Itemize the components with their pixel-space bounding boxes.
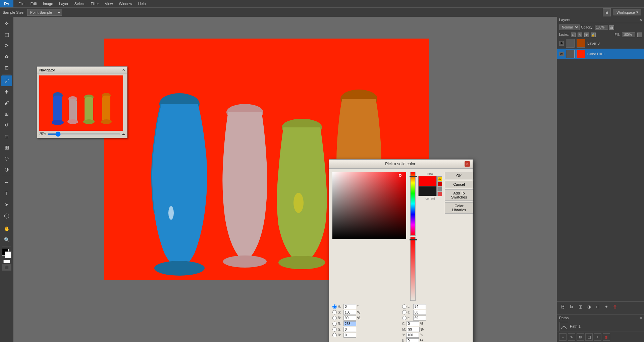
delete-layer-btn[interactable]: 🗑 xyxy=(611,303,619,310)
b-radio[interactable] xyxy=(332,316,337,320)
add-to-swatches-button[interactable]: Add To Swatches xyxy=(445,189,473,201)
layer-0-item[interactable]: 👁 Layer 0 xyxy=(557,38,644,49)
new-layer-btn[interactable]: + xyxy=(603,303,610,310)
y-input[interactable] xyxy=(406,333,419,338)
ok-button[interactable]: OK xyxy=(445,172,473,179)
lasso-tool[interactable]: ⟳ xyxy=(1,40,12,51)
new-path-btn[interactable]: + xyxy=(594,333,601,341)
menu-filter[interactable]: Filter xyxy=(88,1,101,6)
a-input[interactable] xyxy=(413,310,426,315)
crop-tool[interactable]: ⊡ xyxy=(1,62,12,73)
gamut-warning-icon[interactable]: ⚠ xyxy=(437,176,442,181)
lock-transparent-icon[interactable]: ⊡ xyxy=(571,33,576,37)
color-libraries-button[interactable]: Color Libraries xyxy=(445,202,473,214)
menu-help[interactable]: Help xyxy=(136,1,148,6)
navigator-close-button[interactable]: ✕ xyxy=(122,68,125,72)
fill-input[interactable] xyxy=(622,32,635,37)
lock-image-icon[interactable]: ✎ xyxy=(578,33,582,37)
svg-point-16 xyxy=(168,206,174,220)
path-1-item[interactable]: Path 1 xyxy=(557,321,644,332)
quick-mask-btn[interactable] xyxy=(3,260,10,263)
opacity-input[interactable] xyxy=(595,25,608,30)
brush-tool[interactable]: 🖌 xyxy=(1,98,12,108)
b2-radio[interactable] xyxy=(402,316,407,320)
workspace-button[interactable]: Workspace ▾ xyxy=(613,9,641,15)
menu-file[interactable]: File xyxy=(16,1,27,6)
mask-from-path-btn[interactable]: ◫ xyxy=(585,333,593,341)
lock-position-icon[interactable]: ✛ xyxy=(584,33,589,37)
new-color-preview[interactable] xyxy=(418,176,437,186)
menu-edit[interactable]: Edit xyxy=(28,1,39,6)
new-group-btn[interactable]: □ xyxy=(594,303,601,310)
screen-mode-btn[interactable]: ⬛ xyxy=(2,264,11,271)
background-color[interactable] xyxy=(5,251,11,258)
layers-panel-close[interactable]: ✕ xyxy=(639,18,642,22)
r-input[interactable] xyxy=(343,321,356,326)
cancel-button[interactable]: Cancel xyxy=(445,181,473,188)
g-input[interactable] xyxy=(343,327,356,332)
layer-style-btn[interactable]: fx xyxy=(568,303,575,310)
pen-tool[interactable]: ✒ xyxy=(1,177,12,188)
clone-stamp-tool[interactable]: ⊞ xyxy=(1,109,12,119)
c-input[interactable] xyxy=(407,321,419,326)
menu-view[interactable]: View xyxy=(103,1,115,6)
delete-path-btn[interactable]: 🗑 xyxy=(603,333,610,341)
sample-size-select[interactable]: Point Sample 3 by 3 Average 5 by 5 Avera… xyxy=(27,9,62,16)
l-input[interactable] xyxy=(413,304,426,309)
m-input[interactable] xyxy=(407,327,420,332)
colorfill-visibility[interactable]: 👁 xyxy=(559,52,564,56)
zoom-tool[interactable]: 🔍 xyxy=(1,234,12,245)
paths-panel-close[interactable]: ✕ xyxy=(639,316,642,320)
link-layers-btn[interactable]: ⛓ xyxy=(559,303,567,310)
quick-select-tool[interactable]: ✿ xyxy=(1,51,12,62)
k-input[interactable] xyxy=(406,338,419,342)
history-brush-tool[interactable]: ↺ xyxy=(1,120,12,130)
add-mask-btn[interactable]: ◫ xyxy=(577,303,584,310)
blend-mode-select[interactable]: Normal xyxy=(559,24,580,30)
h-input[interactable] xyxy=(343,304,356,309)
load-path-btn[interactable]: ⊡ xyxy=(577,333,584,341)
color-picker-close-button[interactable]: ✕ xyxy=(465,161,470,167)
eraser-tool[interactable]: ◻ xyxy=(1,131,12,141)
layer-0-visibility[interactable]: 👁 xyxy=(559,41,564,46)
paths-bottom-toolbar: ○ ✎ ⊡ ◫ + 🗑 xyxy=(557,332,644,342)
g-radio[interactable] xyxy=(332,327,337,332)
hue-slider[interactable] xyxy=(410,172,416,236)
healing-tool[interactable]: ✚ xyxy=(1,87,12,97)
type-tool[interactable]: T xyxy=(1,188,12,199)
fill-path-btn[interactable]: ○ xyxy=(559,333,567,341)
b-input[interactable] xyxy=(343,316,356,321)
lock-all-icon[interactable]: 🔒 xyxy=(591,33,596,37)
current-color-preview[interactable] xyxy=(418,186,437,196)
s-radio[interactable] xyxy=(332,310,337,315)
b2-input[interactable] xyxy=(413,316,426,321)
blur-tool[interactable]: ◌ xyxy=(1,153,12,164)
menu-image[interactable]: Image xyxy=(41,1,56,6)
a-radio[interactable] xyxy=(402,310,407,315)
dodge-tool[interactable]: ◑ xyxy=(1,164,12,175)
path-selection-tool[interactable]: ➤ xyxy=(1,199,12,210)
blue-radio[interactable] xyxy=(332,333,337,337)
shape-tool[interactable]: ◯ xyxy=(1,210,12,221)
hand-tool[interactable]: ✋ xyxy=(1,223,12,234)
color-fill-1-item[interactable]: 👁 Color Fill 1 xyxy=(557,49,644,59)
svg-rect-11 xyxy=(102,96,110,122)
s-input[interactable] xyxy=(343,310,356,315)
l-radio[interactable] xyxy=(402,304,407,309)
alpha-slider[interactable] xyxy=(410,237,416,301)
h-radio[interactable] xyxy=(332,304,337,309)
zoom-slider[interactable] xyxy=(47,133,120,135)
blue-input[interactable] xyxy=(343,333,356,338)
path-1-svg xyxy=(559,322,568,331)
gradient-tool[interactable]: ▦ xyxy=(1,142,12,153)
menu-window[interactable]: Window xyxy=(117,1,135,6)
stroke-path-btn[interactable]: ✎ xyxy=(568,333,575,341)
r-radio[interactable] xyxy=(332,322,337,326)
adjustment-layer-btn[interactable]: ◑ xyxy=(585,303,593,310)
color-gradient-box[interactable] xyxy=(332,172,406,239)
menu-select[interactable]: Select xyxy=(72,1,87,6)
marquee-tool[interactable]: ⬚ xyxy=(1,29,12,40)
eyedropper-tool[interactable]: 🖋 xyxy=(1,75,12,86)
menu-layer[interactable]: Layer xyxy=(57,1,71,6)
move-tool[interactable]: ✛ xyxy=(1,18,12,29)
